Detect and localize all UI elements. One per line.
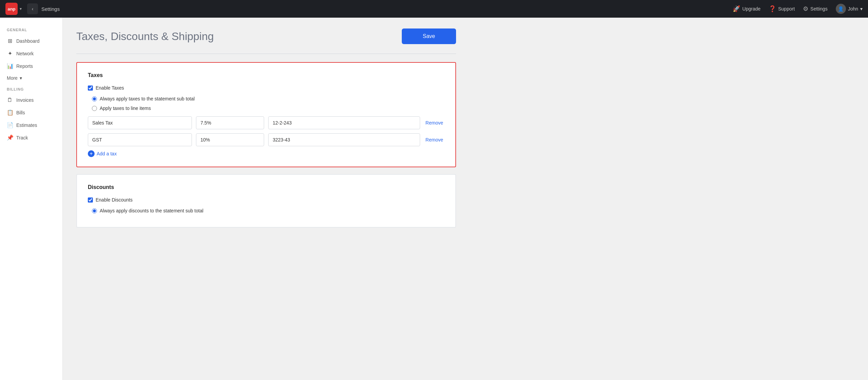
- sidebar-item-label: Dashboard: [16, 38, 40, 44]
- add-tax-icon: +: [88, 150, 95, 157]
- taxes-section: Taxes Enable Taxes Always apply taxes to…: [76, 62, 456, 167]
- discounts-section: Discounts Enable Discounts Always apply …: [76, 174, 456, 228]
- sidebar-item-track[interactable]: 📌 Track: [0, 131, 62, 144]
- sidebar-item-estimates[interactable]: 📄 Estimates: [0, 119, 62, 131]
- add-tax-label: Add a tax: [97, 151, 117, 156]
- tax-id-input-1[interactable]: [268, 116, 420, 129]
- remove-tax-1-button[interactable]: Remove: [424, 120, 445, 126]
- brand-logo-area[interactable]: anp ▾: [5, 3, 22, 15]
- topnav-right-actions: 🚀 Upgrade ❓ Support ⚙ Settings 👤 John ▾: [733, 4, 863, 14]
- page-header: Taxes, Discounts & Shipping Save: [76, 28, 456, 44]
- enable-discounts-label: Enable Discounts: [96, 197, 133, 203]
- invoices-icon: 🗒: [7, 97, 13, 103]
- avatar-icon: 👤: [838, 6, 844, 12]
- main-layout: GENERAL ⊞ Dashboard ✦ Network 📊 Reports …: [0, 18, 868, 380]
- discount-subtotal-radio[interactable]: [92, 208, 97, 213]
- enable-discounts-row: Enable Discounts: [88, 197, 445, 203]
- sidebar-item-label: Bills: [16, 110, 25, 115]
- brand-chevron-icon: ▾: [20, 6, 22, 11]
- brand-logo: anp: [5, 3, 18, 15]
- bills-icon: 📋: [7, 109, 13, 116]
- topnav-title: Settings: [41, 6, 60, 12]
- tax-subtotal-radio[interactable]: [92, 96, 97, 101]
- reports-icon: 📊: [7, 63, 13, 69]
- sidebar-billing-label: BILLING: [0, 87, 62, 91]
- tax-row-2: Remove: [88, 133, 445, 146]
- save-button[interactable]: Save: [402, 28, 456, 44]
- dashboard-icon: ⊞: [7, 38, 13, 44]
- sidebar-general-label: GENERAL: [0, 28, 62, 32]
- tax-lineitems-label: Apply taxes to line items: [100, 106, 151, 111]
- add-tax-button[interactable]: + Add a tax: [88, 150, 117, 157]
- page-title: Taxes, Discounts & Shipping: [76, 30, 214, 43]
- tax-row-1: Remove: [88, 116, 445, 129]
- support-label: Support: [778, 6, 795, 12]
- upgrade-action[interactable]: 🚀 Upgrade: [733, 5, 761, 13]
- sidebar-item-label: Track: [16, 135, 28, 140]
- top-navigation: anp ▾ ‹ Settings 🚀 Upgrade ❓ Support ⚙ S…: [0, 0, 868, 18]
- upgrade-icon: 🚀: [733, 5, 740, 13]
- tax-pct-input-2[interactable]: [196, 133, 264, 146]
- enable-discounts-checkbox[interactable]: [88, 197, 93, 203]
- support-action[interactable]: ❓ Support: [769, 5, 795, 13]
- sidebar-item-label: Reports: [16, 63, 33, 69]
- header-divider: [76, 54, 456, 54]
- tax-name-input-1[interactable]: [88, 116, 192, 129]
- user-name: John: [848, 6, 858, 12]
- sidebar-item-label: Estimates: [16, 122, 37, 128]
- enable-taxes-row: Enable Taxes: [88, 85, 445, 91]
- more-chevron-icon: ▾: [20, 75, 22, 81]
- settings-label: Settings: [810, 6, 828, 12]
- tax-id-input-2[interactable]: [268, 133, 420, 146]
- sidebar-more-toggle[interactable]: More ▾: [0, 72, 62, 84]
- sidebar-item-invoices[interactable]: 🗒 Invoices: [0, 94, 62, 106]
- sidebar-item-reports[interactable]: 📊 Reports: [0, 60, 62, 72]
- tax-name-input-2[interactable]: [88, 133, 192, 146]
- sidebar: GENERAL ⊞ Dashboard ✦ Network 📊 Reports …: [0, 18, 63, 380]
- sidebar-item-dashboard[interactable]: ⊞ Dashboard: [0, 35, 62, 47]
- enable-taxes-label: Enable Taxes: [96, 85, 124, 91]
- settings-icon: ⚙: [803, 5, 808, 13]
- tax-radio-subtotal-row: Always apply taxes to the statement sub …: [91, 96, 445, 101]
- discount-radio-subtotal-row: Always apply discounts to the statement …: [91, 208, 445, 213]
- sidebar-item-bills[interactable]: 📋 Bills: [0, 106, 62, 119]
- more-label: More: [7, 75, 18, 81]
- sidebar-item-label: Invoices: [16, 97, 34, 103]
- tax-subtotal-label: Always apply taxes to the statement sub …: [100, 96, 195, 101]
- upgrade-label: Upgrade: [742, 6, 761, 12]
- user-chevron-icon: ▾: [860, 6, 863, 12]
- avatar: 👤: [836, 4, 846, 14]
- back-icon: ‹: [32, 6, 34, 12]
- tax-radio-lineitems-row: Apply taxes to line items: [91, 106, 445, 111]
- tax-lineitems-radio[interactable]: [92, 106, 97, 111]
- tax-pct-input-1[interactable]: [196, 116, 264, 129]
- user-menu[interactable]: 👤 John ▾: [836, 4, 863, 14]
- track-icon: 📌: [7, 134, 13, 141]
- estimates-icon: 📄: [7, 122, 13, 128]
- network-icon: ✦: [7, 50, 13, 57]
- remove-tax-2-button[interactable]: Remove: [424, 137, 445, 142]
- settings-action[interactable]: ⚙ Settings: [803, 5, 828, 13]
- support-icon: ❓: [769, 5, 776, 13]
- enable-taxes-checkbox[interactable]: [88, 86, 93, 91]
- sidebar-item-label: Network: [16, 51, 34, 56]
- discount-subtotal-label: Always apply discounts to the statement …: [100, 208, 203, 213]
- taxes-section-title: Taxes: [88, 72, 445, 78]
- discounts-section-title: Discounts: [88, 184, 445, 190]
- right-panel: [773, 18, 868, 380]
- main-content: Taxes, Discounts & Shipping Save Taxes E…: [63, 18, 773, 380]
- sidebar-item-network[interactable]: ✦ Network: [0, 47, 62, 60]
- back-button[interactable]: ‹: [27, 3, 38, 14]
